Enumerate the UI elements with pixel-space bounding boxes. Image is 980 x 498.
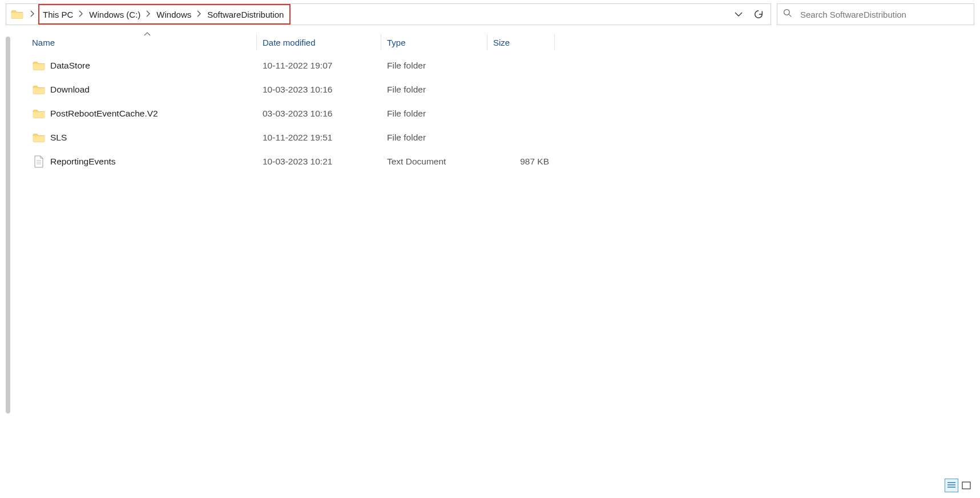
scrollbar[interactable] xyxy=(6,37,10,413)
large-icons-view-button[interactable] xyxy=(959,479,973,492)
cell-date: 10-11-2022 19:07 xyxy=(257,61,381,71)
cell-date: 10-11-2022 19:51 xyxy=(257,132,381,143)
cell-name: PostRebootEventCache.V2 xyxy=(32,108,257,119)
cell-date: 10-03-2023 10:21 xyxy=(257,156,381,167)
columns-header: Name Date modified Type Size xyxy=(17,31,980,54)
main-area: Name Date modified Type Size DataStore10… xyxy=(0,29,980,498)
cell-date: 10-03-2023 10:16 xyxy=(257,85,381,95)
file-list-pane: Name Date modified Type Size DataStore10… xyxy=(17,29,980,498)
file-name: Download xyxy=(50,85,90,95)
cell-type: Text Document xyxy=(381,156,487,167)
svg-line-1 xyxy=(789,14,791,17)
folder-icon xyxy=(32,108,46,119)
details-view-button[interactable] xyxy=(945,479,958,492)
table-row[interactable]: SLS10-11-2022 19:51File folder xyxy=(17,126,980,150)
cell-type: File folder xyxy=(381,61,487,71)
table-row[interactable]: PostRebootEventCache.V203-03-2023 10:16F… xyxy=(17,102,980,126)
refresh-icon[interactable] xyxy=(753,9,764,19)
breadcrumb-item-this-pc[interactable]: This PC xyxy=(41,10,75,19)
cell-type: File folder xyxy=(381,109,487,119)
cell-size: 987 KB xyxy=(487,156,555,167)
breadcrumb-highlight: This PC Windows (C:) Windows SoftwareDis… xyxy=(38,4,291,25)
file-name: SLS xyxy=(50,132,67,143)
table-row[interactable]: ReportingEvents10-03-2023 10:21Text Docu… xyxy=(17,150,980,174)
table-row[interactable]: Download10-03-2023 10:16File folder xyxy=(17,78,980,102)
folder-icon xyxy=(32,84,46,95)
breadcrumb-item-windows[interactable]: Windows xyxy=(154,10,193,19)
column-label: Date modified xyxy=(263,38,316,47)
text-file-icon xyxy=(32,156,46,167)
table-row[interactable]: DataStore10-11-2022 19:07File folder xyxy=(17,54,980,78)
chevron-right-icon[interactable] xyxy=(27,10,38,19)
top-bar: This PC Windows (C:) Windows SoftwareDis… xyxy=(0,0,980,29)
breadcrumb-item-softwaredistribution[interactable]: SoftwareDistribution xyxy=(205,10,286,19)
cell-name: DataStore xyxy=(32,60,257,71)
column-header-size[interactable]: Size xyxy=(487,31,555,54)
file-name: DataStore xyxy=(50,61,90,71)
search-input[interactable] xyxy=(800,10,968,19)
cell-date: 03-03-2023 10:16 xyxy=(257,109,381,119)
chevron-right-icon[interactable] xyxy=(75,10,87,19)
cell-type: File folder xyxy=(381,132,487,143)
search-bar[interactable] xyxy=(777,3,974,25)
folder-icon xyxy=(11,9,23,19)
nav-pane-collapsed[interactable] xyxy=(0,29,17,498)
column-header-date[interactable]: Date modified xyxy=(257,31,381,54)
file-name: PostRebootEventCache.V2 xyxy=(50,109,158,119)
column-header-name[interactable]: Name xyxy=(32,31,257,54)
folder-icon xyxy=(32,132,46,143)
file-rows: DataStore10-11-2022 19:07File folderDown… xyxy=(17,54,980,174)
sort-ascending-icon xyxy=(144,30,151,38)
cell-type: File folder xyxy=(381,85,487,95)
cell-name: ReportingEvents xyxy=(32,156,257,167)
search-icon xyxy=(783,9,792,20)
folder-icon xyxy=(32,60,46,71)
chevron-down-icon[interactable] xyxy=(734,11,743,17)
svg-point-0 xyxy=(784,10,790,15)
column-label: Name xyxy=(32,38,55,47)
column-divider[interactable] xyxy=(554,34,555,50)
chevron-right-icon[interactable] xyxy=(193,10,205,19)
address-controls xyxy=(728,9,767,19)
file-name: ReportingEvents xyxy=(50,156,116,167)
svg-rect-8 xyxy=(962,482,970,489)
view-toggles xyxy=(945,479,973,492)
address-bar[interactable]: This PC Windows (C:) Windows SoftwareDis… xyxy=(6,3,771,25)
breadcrumb-item-windows-c[interactable]: Windows (C:) xyxy=(87,10,143,19)
chevron-right-icon[interactable] xyxy=(143,10,154,19)
column-label: Size xyxy=(493,38,510,47)
column-header-type[interactable]: Type xyxy=(381,31,487,54)
column-label: Type xyxy=(387,38,406,47)
breadcrumb: This PC Windows (C:) Windows SoftwareDis… xyxy=(38,4,728,25)
cell-name: SLS xyxy=(32,132,257,143)
cell-name: Download xyxy=(32,84,257,95)
